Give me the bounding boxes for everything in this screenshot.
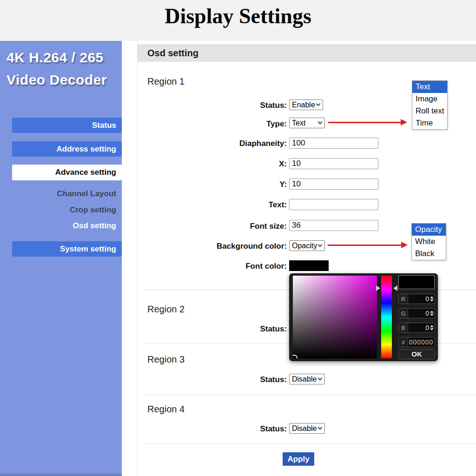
brand-logo: 4K H.264 / 265 Video Decoder — [7, 46, 107, 91]
type-option-image[interactable]: Image — [412, 93, 447, 105]
divider — [144, 443, 476, 444]
page-header: Display Settings — [0, 0, 476, 41]
type-option-text[interactable]: Text — [412, 81, 447, 93]
apply-button[interactable]: Apply — [283, 452, 314, 466]
chevron-down-icon — [316, 102, 321, 106]
spinner-up-icon[interactable] — [430, 296, 434, 298]
spinner-up-icon[interactable] — [430, 325, 434, 327]
region1-text-label: Text: — [153, 199, 287, 210]
display-settings-page: Display Settings 4K H.264 / 265 Video De… — [0, 0, 476, 476]
blue-channel-stepper[interactable] — [429, 325, 434, 331]
background-option-opacity[interactable]: Opacity — [412, 224, 446, 236]
background-option-white[interactable]: White — [412, 236, 446, 248]
region4-status-select[interactable]: Disable — [289, 423, 325, 434]
sidebar: 4K H.264 / 265 Video Decoder Status Addr… — [0, 41, 122, 476]
region1-y-label: Y: — [153, 179, 287, 190]
spinner-down-icon[interactable] — [430, 299, 434, 302]
region1-diaphaneity-input[interactable] — [289, 138, 378, 149]
region2-status-label: Status: — [153, 324, 287, 334]
region1-diaphaneity-label: Diaphaneity: — [153, 138, 287, 149]
green-channel-field[interactable]: 0 — [408, 309, 435, 318]
chevron-down-icon — [318, 243, 323, 247]
region1-font-color-label: Font color: — [153, 261, 287, 271]
green-channel-row: G 0 — [398, 308, 435, 318]
region1-x-input[interactable] — [289, 158, 378, 169]
arrow-head-icon — [401, 119, 407, 126]
region1-status-selected: Enable — [292, 101, 315, 109]
region1-type-label: Type: — [153, 119, 287, 129]
blue-channel-field[interactable]: 0 — [408, 323, 435, 332]
color-picker-ok-button[interactable]: OK — [398, 349, 435, 359]
blue-channel-label: B — [399, 323, 408, 332]
chevron-down-icon — [318, 376, 323, 381]
region1-type-select[interactable]: Text — [289, 118, 325, 128]
spinner-up-icon[interactable] — [430, 311, 434, 313]
sv-cursor — [293, 355, 298, 358]
hex-label: # — [399, 337, 408, 347]
region3-heading: Region 3 — [147, 354, 185, 365]
region3-status-selected: Disable — [292, 375, 317, 383]
region1-font-color-swatch[interactable] — [289, 260, 329, 271]
type-option-roll-text[interactable]: Roll text — [412, 105, 447, 117]
blue-channel-row: B 0 — [398, 323, 435, 333]
type-dropdown-arrow — [328, 122, 401, 123]
type-dropdown-list: Text Image Roll text Time — [412, 80, 448, 130]
region1-font-size-input[interactable] — [289, 220, 378, 231]
red-channel-row: R 0 — [398, 294, 435, 304]
spinner-down-icon[interactable] — [430, 328, 434, 331]
region3-status-label: Status: — [153, 374, 287, 385]
region4-status-label: Status: — [153, 423, 287, 434]
spinner-down-icon[interactable] — [430, 314, 434, 316]
region1-background-color-select[interactable]: Opacity — [289, 240, 325, 251]
brand-line1: 4K H.264 / 265 — [7, 46, 107, 69]
background-option-black[interactable]: Black — [412, 248, 446, 260]
sidebar-item-system-setting[interactable]: System setting — [12, 241, 122, 257]
green-channel-stepper[interactable] — [429, 311, 434, 316]
divider — [144, 395, 476, 395]
arrow-head-icon — [401, 242, 408, 248]
region1-type-selected: Text — [292, 119, 305, 127]
sidebar-subitem-osd-setting[interactable]: Osd setting — [12, 221, 116, 231]
sidebar-item-status[interactable]: Status — [12, 118, 122, 133]
sidebar-item-address-setting[interactable]: Address setting — [12, 141, 122, 157]
background-dropdown-list: Opacity White Black — [411, 223, 446, 260]
sidebar-subitem-channel-layout[interactable]: Channel Layout — [12, 189, 116, 198]
region1-x-label: X: — [153, 159, 287, 169]
green-channel-value: 0 — [425, 310, 429, 317]
red-channel-value: 0 — [425, 295, 429, 303]
red-channel-field[interactable]: 0 — [408, 294, 435, 304]
sidebar-item-advance-setting[interactable]: Advance setting — [12, 165, 122, 180]
hex-value: 000000 — [409, 338, 434, 346]
region1-font-size-label: Font size: — [153, 221, 287, 231]
hue-slider[interactable] — [381, 276, 392, 358]
color-picker-panel: R 0 G 0 B 0 — [289, 273, 438, 361]
hue-slider-handle-left[interactable] — [376, 285, 380, 291]
section-title: Osd setting — [137, 44, 476, 62]
region1-status-label: Status: — [153, 100, 287, 111]
region4-heading: Region 4 — [147, 404, 185, 415]
background-dropdown-arrow — [328, 245, 402, 246]
region1-status-select[interactable]: Enable — [289, 99, 323, 110]
region2-heading: Region 2 — [147, 304, 185, 315]
region1-y-input[interactable] — [289, 178, 378, 190]
chevron-down-icon — [318, 425, 323, 430]
region4-status-selected: Disable — [292, 424, 317, 433]
brand-line2: Video Decoder — [7, 69, 107, 91]
sidebar-subitem-crop-setting[interactable]: Crop setting — [12, 205, 116, 215]
color-preview-swatch — [398, 275, 435, 289]
blue-channel-value: 0 — [425, 324, 429, 331]
region3-status-select[interactable]: Disable — [289, 374, 325, 384]
hex-field[interactable]: 000000 — [408, 337, 435, 347]
saturation-value-area[interactable] — [293, 276, 377, 358]
type-option-time[interactable]: Time — [412, 117, 447, 129]
green-channel-label: G — [399, 309, 408, 318]
region1-background-color-selected: Opacity — [292, 242, 317, 250]
content-edge-line — [137, 41, 138, 476]
region1-text-input[interactable] — [289, 199, 378, 210]
hex-row: # 000000 — [398, 337, 435, 347]
hue-slider-handle-right[interactable] — [393, 285, 397, 291]
chevron-down-icon — [318, 120, 323, 125]
region1-heading: Region 1 — [147, 76, 185, 87]
section-header: Osd setting — [137, 44, 476, 62]
red-channel-stepper[interactable] — [429, 296, 434, 302]
